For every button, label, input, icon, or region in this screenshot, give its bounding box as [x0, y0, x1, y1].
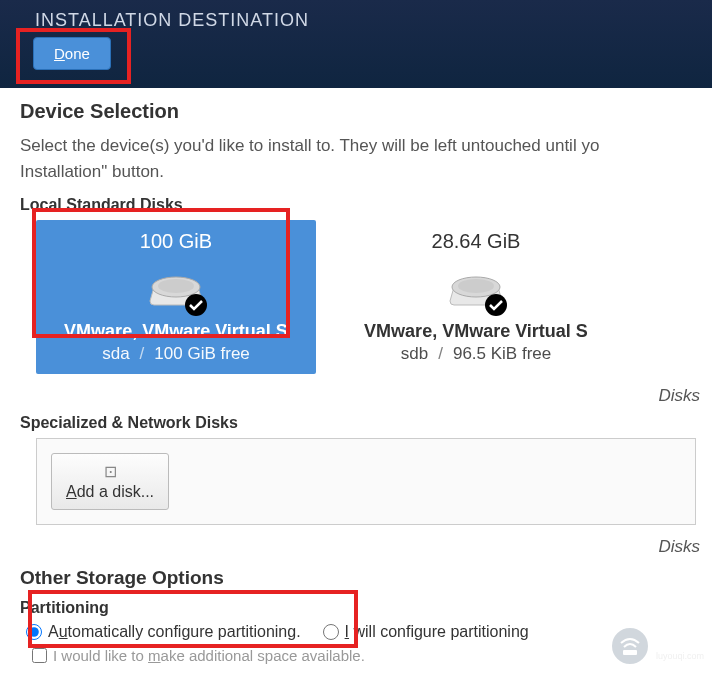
auto-partition-label: Automatically configure partitioning.	[48, 623, 301, 641]
add-disk-icon: ⊡	[104, 462, 117, 481]
watermark-text: 路由器	[656, 632, 704, 651]
partitioning-options: Automatically configure partitioning. I …	[20, 623, 712, 641]
disks-left-label-1: Disks	[20, 386, 712, 406]
disk-dev: sdb	[401, 344, 428, 363]
svg-rect-6	[623, 650, 637, 655]
page-title: INSTALLATION DESTINATION	[35, 10, 697, 31]
watermark: 路由器 luyouqi.com	[610, 626, 704, 666]
watermark-sub: luyouqi.com	[656, 651, 704, 661]
header-bar: INSTALLATION DESTINATION Done	[0, 0, 712, 88]
auto-partition-radio[interactable]: Automatically configure partitioning.	[26, 623, 301, 641]
device-selection-title: Device Selection	[20, 100, 712, 123]
desc-line1: Select the device(s) you'd like to insta…	[20, 136, 599, 155]
disk-name: VMware, VMware Virtual S	[342, 321, 610, 342]
manual-partition-input[interactable]	[323, 624, 339, 640]
router-icon	[610, 626, 650, 666]
disk-free: 100 GiB free	[154, 344, 249, 363]
checkmark-icon	[484, 293, 508, 317]
manual-partition-label: I will configure partitioning	[345, 623, 529, 641]
disk-dev: sda	[102, 344, 129, 363]
additional-space-row[interactable]: I would like to make additional space av…	[20, 647, 712, 664]
disk-card-sdb[interactable]: 28.64 GiB VMware, VMware Virtual S sdb/9…	[336, 220, 616, 374]
done-button[interactable]: Done	[33, 37, 111, 70]
svg-point-4	[458, 279, 494, 293]
additional-space-label: I would like to make additional space av…	[53, 647, 365, 664]
network-disk-area: ⊡ Add a disk...	[36, 438, 696, 525]
add-disk-button[interactable]: ⊡ Add a disk...	[51, 453, 169, 510]
additional-space-checkbox[interactable]	[32, 648, 47, 663]
done-label: D	[54, 45, 65, 62]
harddrive-icon	[448, 265, 504, 313]
main-content: Device Selection Select the device(s) yo…	[0, 88, 712, 664]
svg-point-2	[185, 294, 207, 316]
auto-partition-input[interactable]	[26, 624, 42, 640]
partitioning-label: Partitioning	[20, 599, 712, 617]
disk-card-sda[interactable]: 100 GiB VMware, VMware Virtual S sda/100…	[36, 220, 316, 374]
disk-name: VMware, VMware Virtual S	[42, 321, 310, 342]
disk-meta: sda/100 GiB free	[42, 344, 310, 364]
disk-size: 28.64 GiB	[342, 230, 610, 253]
add-disk-label: Add a disk...	[66, 483, 154, 501]
device-selection-desc: Select the device(s) you'd like to insta…	[20, 133, 712, 184]
checkmark-icon	[184, 293, 208, 317]
harddrive-icon	[148, 265, 204, 313]
local-disks-label: Local Standard Disks	[20, 196, 712, 214]
disk-list: 100 GiB VMware, VMware Virtual S sda/100…	[20, 220, 712, 374]
disks-left-label-2: Disks	[20, 537, 712, 557]
other-storage-title: Other Storage Options	[20, 567, 712, 589]
disk-meta: sdb/96.5 KiB free	[342, 344, 610, 364]
manual-partition-radio[interactable]: I will configure partitioning	[323, 623, 529, 641]
svg-point-1	[158, 279, 194, 293]
disk-size: 100 GiB	[42, 230, 310, 253]
desc-line2: Installation" button.	[20, 162, 164, 181]
disk-free: 96.5 KiB free	[453, 344, 551, 363]
specialized-disks-label: Specialized & Network Disks	[20, 414, 712, 432]
svg-point-5	[485, 294, 507, 316]
